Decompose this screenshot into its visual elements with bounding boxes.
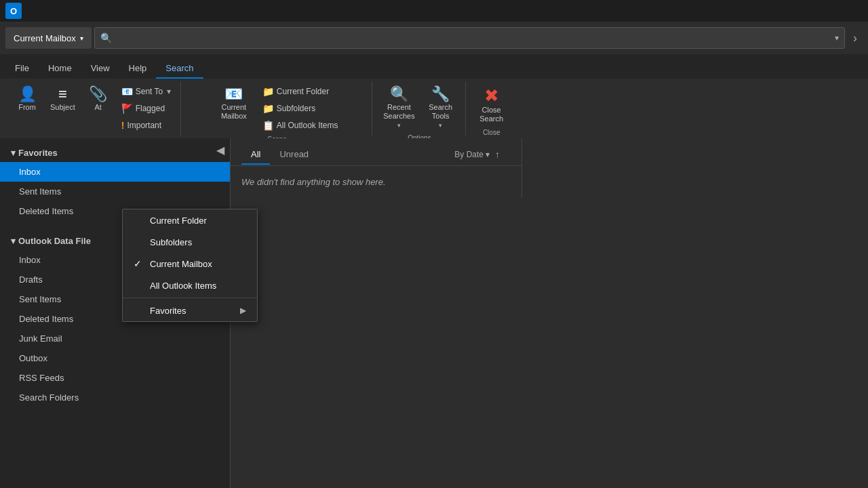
ribbon-subject-button[interactable]: ≡ Subject xyxy=(46,84,79,115)
ribbon-recent-searches-button[interactable]: 🔍 RecentSearches ▾ xyxy=(379,84,418,131)
ribbon-group-refine: 👤 From ≡ Subject 📎 At 📧 Sent To ▾ 🚩 F xyxy=(5,81,181,136)
sentto-icon: 📧 xyxy=(121,86,133,97)
scope-button[interactable]: Current Mailbox ▾ xyxy=(5,27,92,49)
search-tools-icon: 🔧 xyxy=(431,87,450,102)
right-panel xyxy=(522,138,868,198)
ribbon-scope-items: 📧 CurrentMailbox 📁 Current Folder 📁 Subf… xyxy=(212,84,342,133)
ribbon-from-button[interactable]: 👤 From xyxy=(11,84,43,115)
odf-chevron-icon: ▾ xyxy=(11,236,16,246)
main-area: ◀ ▾ Favorites Inbox Sent Items Deleted I… xyxy=(0,138,868,488)
ribbon-current-mailbox-button[interactable]: 📧 CurrentMailbox xyxy=(212,84,256,123)
close-search-icon: ✖ xyxy=(484,87,499,104)
ribbon-scope-subfolders-button[interactable]: 📁 Subfolders xyxy=(258,101,342,116)
tab-all[interactable]: All xyxy=(241,145,270,165)
flagged-icon: 🚩 xyxy=(121,103,133,114)
sidebar-section-favorites-header[interactable]: ▾ Favorites xyxy=(0,144,230,162)
ribbon-flagged-button[interactable]: 🚩 Flagged xyxy=(117,101,175,116)
scope-dropdown: ✓ Current Folder ✓ Subfolders ✓ Current … xyxy=(122,209,258,322)
important-icon: ! xyxy=(121,120,125,131)
ribbon-group-scope: 📧 CurrentMailbox 📁 Current Folder 📁 Subf… xyxy=(182,81,372,136)
current-mailbox-icon: 📧 xyxy=(224,87,243,102)
content-panels: All Unread By Date ▾ ↑ We didn't find an… xyxy=(231,138,868,198)
content-tabs: All Unread By Date ▾ ↑ xyxy=(231,138,521,166)
dropdown-item-subfolders[interactable]: ✓ Subfolders xyxy=(123,231,257,253)
ribbon-search-tools-button[interactable]: 🔧 SearchTools ▾ xyxy=(422,84,460,131)
dropdown-divider xyxy=(123,298,257,298)
ribbon-scope-all-outlook-button[interactable]: 📋 All Outlook Items xyxy=(258,118,342,133)
ribbon-tabs: File Home View Help Search xyxy=(0,54,868,79)
search-back-button[interactable]: › xyxy=(848,28,863,48)
search-input[interactable] xyxy=(116,33,835,43)
title-bar: O xyxy=(0,0,868,22)
ribbon-group-close: ✖ CloseSearch Close xyxy=(467,81,516,136)
scope-chevron-icon: ▾ xyxy=(80,35,83,42)
search-icon: 🔍 xyxy=(100,33,112,43)
sidebar-collapse-button[interactable]: ◀ xyxy=(216,144,224,157)
sidebar-item-odf-searchfolders[interactable]: Search Folders xyxy=(0,388,230,407)
sidebar-item-odf-rssfeeds[interactable]: RSS Feeds xyxy=(0,368,230,388)
tab-file[interactable]: File xyxy=(5,59,39,79)
search-options-button[interactable]: ▾ xyxy=(835,33,839,43)
scope-folder-icon: 📁 xyxy=(262,86,274,97)
ribbon-group-options: 🔍 RecentSearches ▾ 🔧 SearchTools ▾ Optio… xyxy=(374,81,465,136)
sort-area: By Date ▾ ↑ xyxy=(443,144,511,165)
favorites-arrow-icon: ▶ xyxy=(240,306,246,315)
ribbon-sentto-button[interactable]: 📧 Sent To ▾ xyxy=(117,84,175,99)
tab-unread[interactable]: Unread xyxy=(270,145,318,165)
dropdown-item-current-mailbox[interactable]: ✓ Current Mailbox xyxy=(123,253,257,274)
tab-search[interactable]: Search xyxy=(156,59,203,79)
sentto-arrow-icon: ▾ xyxy=(167,87,171,96)
ribbon-attachments-button[interactable]: 📎 At xyxy=(82,84,115,115)
outlook-logo: O xyxy=(5,3,22,19)
ribbon-close-search-button[interactable]: ✖ CloseSearch xyxy=(475,84,508,126)
tab-view[interactable]: View xyxy=(81,59,119,79)
search-tools-arrow-icon: ▾ xyxy=(439,122,442,129)
from-icon: 👤 xyxy=(18,87,37,102)
scope-label: Current Mailbox xyxy=(14,33,76,43)
attachments-icon: 📎 xyxy=(89,87,107,102)
sort-direction-button[interactable]: ↑ xyxy=(495,149,500,160)
scope-subfolders-icon: 📁 xyxy=(262,103,274,114)
sort-by-date-button[interactable]: By Date ▾ xyxy=(454,150,490,159)
sidebar-item-favorites-inbox[interactable]: Inbox xyxy=(0,162,230,182)
content-area: All Unread By Date ▾ ↑ We didn't find an… xyxy=(231,138,868,488)
empty-message: We didn't find anything to show here. xyxy=(231,166,521,198)
subject-icon: ≡ xyxy=(58,87,67,102)
tab-help[interactable]: Help xyxy=(119,59,157,79)
sidebar-item-odf-junk[interactable]: Junk Email xyxy=(0,329,230,348)
close-group-label: Close xyxy=(483,126,500,136)
check-current-mailbox-icon: ✓ xyxy=(134,258,144,269)
left-panel: All Unread By Date ▾ ↑ We didn't find an… xyxy=(231,138,522,198)
ribbon-options-items: 🔍 RecentSearches ▾ 🔧 SearchTools ▾ xyxy=(379,84,459,131)
sort-chevron-icon: ▾ xyxy=(486,150,490,159)
tab-home[interactable]: Home xyxy=(39,59,81,79)
ribbon-scope-current-folder-button[interactable]: 📁 Current Folder xyxy=(258,84,342,99)
favorites-chevron-icon: ▾ xyxy=(11,148,16,158)
recent-searches-arrow-icon: ▾ xyxy=(397,122,401,129)
search-input-wrap: 🔍 ▾ xyxy=(94,27,845,49)
ribbon-content: 👤 From ≡ Subject 📎 At 📧 Sent To ▾ 🚩 F xyxy=(0,79,868,138)
scope-alloutlook-icon: 📋 xyxy=(262,120,274,131)
recent-searches-icon: 🔍 xyxy=(390,87,408,102)
sidebar-item-favorites-sent[interactable]: Sent Items xyxy=(0,182,230,201)
search-bar-area: Current Mailbox ▾ 🔍 ▾ › xyxy=(0,22,868,54)
dropdown-item-all-outlook[interactable]: ✓ All Outlook Items xyxy=(123,274,257,296)
sidebar-item-odf-outbox[interactable]: Outbox xyxy=(0,348,230,368)
dropdown-item-current-folder[interactable]: ✓ Current Folder xyxy=(123,209,257,231)
dropdown-item-favorites[interactable]: ✓ Favorites ▶ xyxy=(123,300,257,321)
ribbon-important-button[interactable]: ! Important xyxy=(117,118,175,133)
